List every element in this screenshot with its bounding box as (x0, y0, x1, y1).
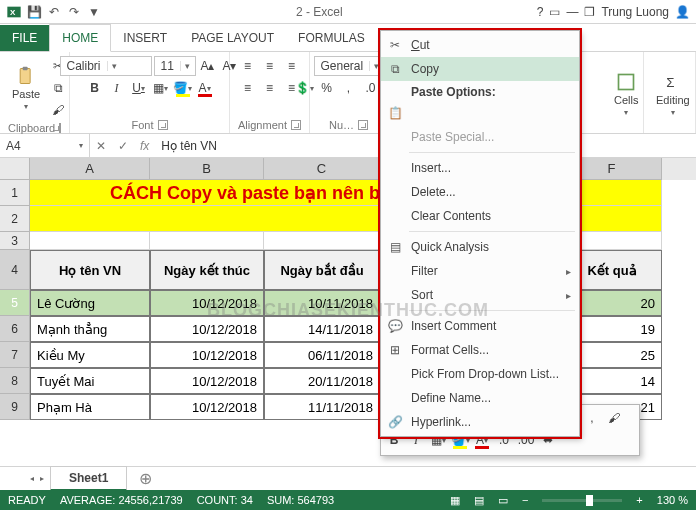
align-bottom-icon[interactable]: ≡ (282, 56, 302, 76)
mini-format-painter-icon[interactable]: 🖌 (604, 408, 624, 428)
cell[interactable] (264, 232, 380, 250)
name-box[interactable]: A4▾ (0, 134, 90, 157)
format-painter-icon[interactable]: 🖌 (48, 100, 68, 120)
bold-button[interactable]: B (85, 78, 105, 98)
align-top-icon[interactable]: ≡ (238, 56, 258, 76)
cells-button[interactable]: Cells▾ (610, 68, 642, 121)
cm-paste-option[interactable]: 📋 (381, 101, 579, 125)
header-a[interactable]: Họ tên VN (30, 250, 150, 290)
header-b[interactable]: Ngày kết thúc (150, 250, 264, 290)
paste-button[interactable]: Paste▾ (8, 62, 44, 115)
number-format-combo[interactable]: General▾ (314, 56, 384, 76)
editing-button[interactable]: ΣEditing▾ (652, 68, 694, 121)
sheet-tab-1[interactable]: Sheet1 (50, 466, 127, 491)
cm-filter[interactable]: Filter▸ (381, 259, 579, 283)
italic-button[interactable]: I (107, 78, 127, 98)
view-page-icon[interactable]: ▤ (474, 494, 484, 507)
tab-formulas[interactable]: FORMULAS (286, 25, 377, 51)
font-name-combo[interactable]: Calibri▾ (60, 56, 152, 76)
tab-home[interactable]: HOME (49, 24, 111, 52)
row-header-9[interactable]: 9 (0, 394, 30, 420)
col-header-c[interactable]: C (264, 158, 380, 180)
user-avatar-icon[interactable]: 👤 (675, 5, 690, 19)
row-header-6[interactable]: 6 (0, 316, 30, 342)
cm-paste-special[interactable]: Paste Special... (381, 125, 579, 149)
restore-icon[interactable]: ❐ (584, 5, 595, 19)
cancel-icon[interactable]: ✕ (90, 139, 112, 153)
cm-format-cells[interactable]: ⊞Format Cells... (381, 338, 579, 362)
row-header-1[interactable]: 1 (0, 180, 30, 206)
cell[interactable]: 10/12/2018 (150, 394, 264, 420)
undo-icon[interactable]: ↶ (46, 4, 62, 20)
cell[interactable] (30, 232, 150, 250)
fill-color-button[interactable]: 🪣▾ (173, 78, 193, 98)
sheet-nav-left-icon[interactable]: ◂ (30, 474, 34, 483)
zoom-slider[interactable] (542, 499, 622, 502)
cell[interactable]: Tuyết Mai (30, 368, 150, 394)
increase-decimal-icon[interactable]: .0 (361, 78, 381, 98)
cm-clear[interactable]: Clear Contents (381, 204, 579, 228)
ribbon-options-icon[interactable]: ▭ (549, 5, 560, 19)
help-icon[interactable]: ? (537, 5, 544, 19)
header-c[interactable]: Ngày bắt đầu (264, 250, 380, 290)
cell[interactable]: Lê Cường (30, 290, 150, 316)
cell[interactable]: Kiều My (30, 342, 150, 368)
cm-delete[interactable]: Delete... (381, 180, 579, 204)
cell[interactable]: Mạnh thẳng (30, 316, 150, 342)
col-header-b[interactable]: B (150, 158, 264, 180)
align-middle-icon[interactable]: ≡ (260, 56, 280, 76)
view-break-icon[interactable]: ▭ (498, 494, 508, 507)
cell[interactable]: Phạm Hà (30, 394, 150, 420)
fx-icon[interactable]: fx (134, 139, 155, 153)
tab-insert[interactable]: INSERT (111, 25, 179, 51)
select-all-corner[interactable] (0, 158, 30, 180)
cm-define-name[interactable]: Define Name... (381, 386, 579, 410)
cm-pick-list[interactable]: Pick From Drop-down List... (381, 362, 579, 386)
cm-insert[interactable]: Insert... (381, 156, 579, 180)
cell[interactable]: 10/12/2018 (150, 342, 264, 368)
align-left-icon[interactable]: ≡ (238, 78, 258, 98)
row-header-4[interactable]: 4 (0, 250, 30, 290)
clipboard-launcher[interactable] (59, 123, 61, 133)
zoom-out-icon[interactable]: − (522, 494, 528, 506)
number-launcher[interactable] (358, 120, 368, 130)
user-name[interactable]: Trung Luong (601, 5, 669, 19)
cm-hyperlink[interactable]: 🔗Hyperlink... (381, 410, 579, 434)
enter-icon[interactable]: ✓ (112, 139, 134, 153)
row-header-8[interactable]: 8 (0, 368, 30, 394)
row-header-7[interactable]: 7 (0, 342, 30, 368)
border-button[interactable]: ▦▾ (151, 78, 171, 98)
cell[interactable]: 20/11/2018 (264, 368, 380, 394)
copy-icon[interactable]: ⧉ (48, 78, 68, 98)
tab-file[interactable]: FILE (0, 25, 49, 51)
font-color-button[interactable]: A▾ (195, 78, 215, 98)
cell[interactable]: 11/11/2018 (264, 394, 380, 420)
cm-cut[interactable]: ✂Cut (381, 33, 579, 57)
cell[interactable]: 06/11/2018 (264, 342, 380, 368)
new-sheet-button[interactable]: ⊕ (133, 469, 158, 488)
cm-copy[interactable]: ⧉Copy (381, 57, 579, 81)
qat-customize-icon[interactable]: ▼ (86, 4, 102, 20)
font-size-combo[interactable]: 11▾ (154, 56, 196, 76)
redo-icon[interactable]: ↷ (66, 4, 82, 20)
currency-icon[interactable]: 💲▾ (295, 78, 315, 98)
zoom-in-icon[interactable]: + (636, 494, 642, 506)
cell[interactable] (150, 232, 264, 250)
row-header-3[interactable]: 3 (0, 232, 30, 250)
align-center-icon[interactable]: ≡ (260, 78, 280, 98)
col-header-a[interactable]: A (30, 158, 150, 180)
row-header-2[interactable]: 2 (0, 206, 30, 232)
save-icon[interactable]: 💾 (26, 4, 42, 20)
alignment-launcher[interactable] (291, 120, 301, 130)
mini-comma-icon[interactable]: , (582, 408, 602, 428)
font-launcher[interactable] (158, 120, 168, 130)
cm-quick-analysis[interactable]: ▤Quick Analysis (381, 235, 579, 259)
minimize-icon[interactable]: — (566, 5, 578, 19)
view-normal-icon[interactable]: ▦ (450, 494, 460, 507)
comma-icon[interactable]: , (339, 78, 359, 98)
increase-font-icon[interactable]: A▴ (198, 56, 218, 76)
sheet-nav-right-icon[interactable]: ▸ (40, 474, 44, 483)
cell[interactable]: 10/12/2018 (150, 368, 264, 394)
zoom-level[interactable]: 130 % (657, 494, 688, 506)
percent-icon[interactable]: % (317, 78, 337, 98)
